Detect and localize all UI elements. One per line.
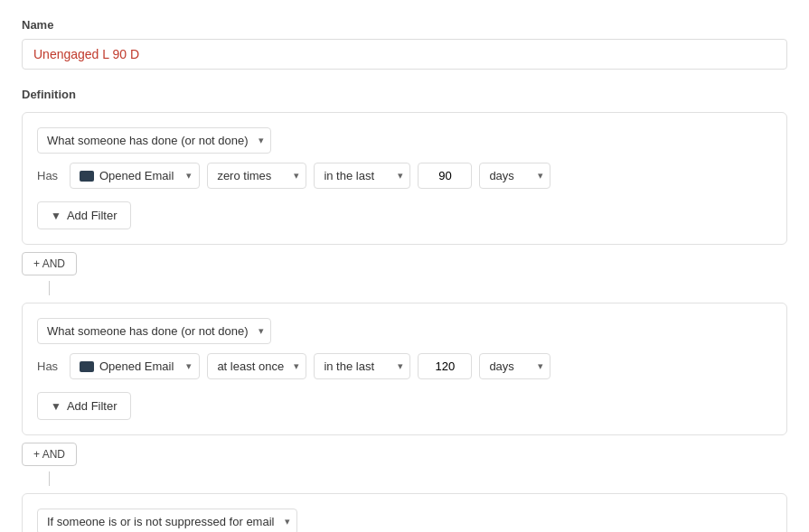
name-section: Name	[22, 18, 787, 70]
condition-1-type-wrapper[interactable]: What someone has done (or not done)	[37, 127, 271, 154]
add-filter-button-1[interactable]: ▼ Add Filter	[37, 201, 131, 229]
condition-2-type-select[interactable]: What someone has done (or not done)	[37, 318, 271, 344]
condition-2-action-wrapper[interactable]: Opened Email Opened Email	[70, 353, 200, 379]
name-label: Name	[22, 18, 787, 32]
definition-label: Definition	[22, 88, 787, 101]
has-label-1: Has	[37, 169, 62, 182]
and-button-1[interactable]: + AND	[22, 252, 77, 275]
condition-3-type-select[interactable]: If someone is or is not suppressed for e…	[37, 509, 297, 532]
and-connector-2: + AND	[22, 443, 787, 486]
condition-2-frequency-select[interactable]: zero times at least once exactly more th…	[207, 353, 306, 379]
condition-2-timeframe-wrapper[interactable]: in the last over all time before after	[314, 353, 410, 379]
condition-2-type-row: What someone has done (or not done)	[37, 318, 772, 344]
connector-line-1	[49, 281, 50, 295]
condition-1-frequency-wrapper[interactable]: zero times at least once exactly more th…	[207, 163, 306, 189]
condition-block-1: What someone has done (or not done) Has …	[22, 112, 787, 245]
name-input[interactable]	[22, 39, 787, 70]
and-connector-1: + AND	[22, 252, 787, 295]
condition-1-action-wrapper[interactable]: Opened Email Opened Email	[70, 163, 200, 189]
filter-icon-1: ▼	[51, 210, 61, 222]
and-button-2[interactable]: + AND	[22, 443, 77, 466]
condition-1-unit-wrapper[interactable]: days weeks months	[479, 163, 550, 189]
condition-2-number-input[interactable]	[418, 353, 472, 379]
has-label-2: Has	[37, 359, 62, 373]
add-filter-button-2[interactable]: ▼ Add Filter	[37, 392, 131, 420]
condition-1-type-select[interactable]: What someone has done (or not done)	[37, 127, 271, 154]
condition-block-3: If someone is or is not suppressed for e…	[22, 493, 787, 532]
condition-2-frequency-wrapper[interactable]: zero times at least once exactly more th…	[207, 353, 306, 379]
condition-1-number-input[interactable]	[418, 163, 472, 189]
condition-1-add-filter-row: ▼ Add Filter	[37, 198, 772, 229]
condition-3-type-wrapper[interactable]: If someone is or is not suppressed for e…	[37, 509, 297, 532]
definition-section: Definition What someone has done (or not…	[22, 88, 787, 532]
condition-block-2: What someone has done (or not done) Has …	[22, 303, 787, 435]
condition-2-has-row: Has Opened Email Opened Email zero times…	[37, 353, 772, 379]
condition-1-has-row: Has Opened Email Opened Email zero times…	[37, 163, 772, 189]
condition-2-add-filter-row: ▼ Add Filter	[37, 388, 772, 420]
condition-3-type-row: If someone is or is not suppressed for e…	[37, 509, 772, 532]
condition-1-frequency-select[interactable]: zero times at least once exactly more th…	[207, 163, 306, 189]
condition-2-unit-select[interactable]: days weeks months	[479, 353, 550, 379]
add-filter-label-1: Add Filter	[67, 209, 118, 222]
condition-2-type-wrapper[interactable]: What someone has done (or not done)	[37, 318, 271, 344]
condition-1-type-row: What someone has done (or not done)	[37, 127, 772, 154]
condition-2-timeframe-select[interactable]: in the last over all time before after	[314, 353, 410, 379]
condition-1-timeframe-select[interactable]: in the last over all time before after	[314, 163, 410, 189]
condition-1-unit-select[interactable]: days weeks months	[479, 163, 550, 189]
connector-line-2	[49, 471, 50, 486]
condition-1-timeframe-wrapper[interactable]: in the last over all time before after	[314, 163, 410, 189]
filter-icon-2: ▼	[51, 400, 61, 413]
add-filter-label-2: Add Filter	[67, 399, 118, 413]
condition-2-unit-wrapper[interactable]: days weeks months	[479, 353, 550, 379]
